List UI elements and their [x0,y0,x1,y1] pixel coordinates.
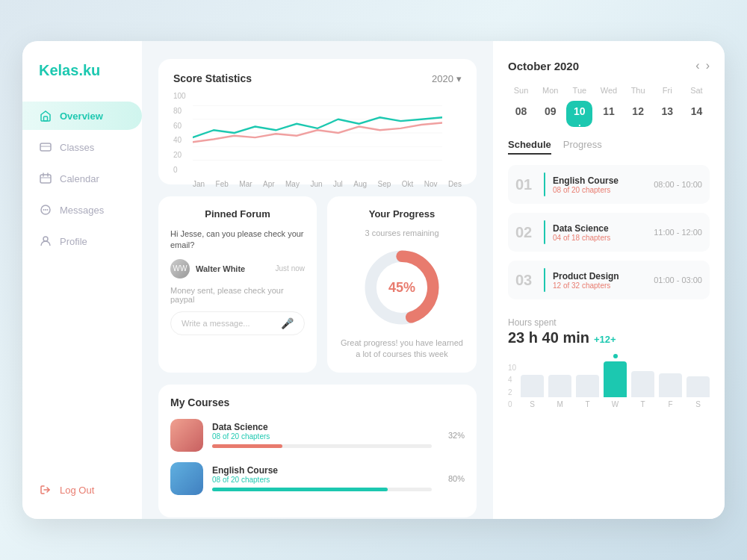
sidebar-item-classes[interactable]: Classes [22,133,142,161]
course-info-1: Data Science 08 of 20 chapters [212,422,432,448]
cal-day-12[interactable]: 12 [625,101,651,127]
tab-progress[interactable]: Progress [563,139,602,155]
course-chapters-1: 08 of 20 chapters [212,432,432,441]
bar-w [604,361,627,397]
course-name-1: Data Science [212,422,432,432]
course-item-2[interactable]: English Course 08 of 20 chapters 80% [170,462,465,495]
cal-day-10[interactable]: 10 [566,101,592,127]
schedule-item-3[interactable]: 03 Product Design 12 of 32 chapters 01:0… [508,261,710,299]
calendar-grid: Sun Mon Tue Wed Thu Fri Sat 08 09 10 11 … [508,83,710,127]
svg-rect-3 [40,175,51,183]
sched-divider-2 [544,220,545,244]
progress-card: Your Progress 3 courses remaining 45% Gr… [327,196,477,373]
cal-day-14[interactable]: 14 [684,101,710,127]
hours-spent-section: Hours spent 23 h 40 min +12+ 10420 [508,317,710,408]
day-header-tue: Tue [566,83,592,98]
sched-info-1: English Course 08 of 20 chapters [553,175,646,194]
sched-divider-3 [544,268,545,292]
cal-day-8[interactable]: 08 [508,101,534,127]
hours-value: 23 h 40 min [508,329,589,346]
bar-label-t2: T [631,400,654,408]
sched-time-1: 08:00 - 10:00 [654,180,702,189]
logo-text2: .ku [78,62,100,78]
app-logo: Kelas.ku [22,62,117,102]
bar-t2 [631,371,654,397]
calendar-icon [39,172,52,185]
sched-time-2: 11:00 - 12:00 [654,228,702,237]
year-selector[interactable]: 2020 ▾ [432,73,462,84]
course-info-2: English Course 08 of 20 chapters [212,465,432,491]
logout-label: Log Out [60,485,94,496]
pinned-forum-title: Pinned Forum [170,208,305,220]
prev-month-button[interactable]: ‹ [695,59,699,72]
day-header-thu: Thu [625,83,651,98]
chevron-down-icon: ▾ [456,73,462,84]
sidebar-label-overview: Overview [60,111,103,122]
forum-user-row: WW Walter White Just now [170,259,305,279]
dashboard: Kelas.ku Overview Classes [22,41,725,519]
calendar-month: October 2020 [508,60,579,72]
bar-label-s2: S [686,400,710,408]
sidebar-item-profile[interactable]: Profile [22,227,142,255]
messages-icon [39,203,52,217]
score-stats-title: Score Statistics [173,72,252,84]
progress-message: Great progress! you have learned a lot o… [339,337,465,361]
calendar-header: October 2020 ‹ › [508,59,710,72]
course-chapters-2: 08 of 20 chapters [212,476,432,484]
day-header-sat: Sat [684,83,710,98]
right-panel: October 2020 ‹ › Sun Mon Tue Wed Thu Fri… [493,41,725,519]
sched-name-1: English Course [553,175,646,186]
schedule-item-2[interactable]: 02 Data Science 04 of 18 chapters 11:00 … [508,213,710,252]
course-progress-bg-1 [212,444,432,448]
sidebar-item-calendar[interactable]: Calendar [22,164,142,193]
bar-label-s1: S [521,400,544,408]
course-item-1[interactable]: Data Science 08 of 20 chapters 32% [170,419,465,452]
bar-labels: S M T W T F S [521,400,710,408]
cal-day-11[interactable]: 11 [595,101,622,127]
pinned-forum-card: Pinned Forum Hi Jesse, can you please ch… [158,196,317,373]
svg-point-9 [45,209,46,211]
course-thumbnail-1 [170,419,203,452]
y-axis: 100806040200 [173,92,193,174]
progress-title: Your Progress [369,208,436,220]
course-pct-1: 32% [441,431,465,440]
svg-rect-1 [40,143,51,151]
next-month-button[interactable]: › [706,59,710,72]
tab-schedule[interactable]: Schedule [508,139,551,155]
score-chart: 100806040200 JanFebMarAprMayJun Ju [173,92,462,174]
cal-day-9[interactable]: 09 [537,101,563,127]
sidebar-label-messages: Messages [60,205,104,216]
forum-input-field[interactable]: Write a message... 🎤 [170,311,305,335]
user-avatar: WW [170,259,190,279]
forum-message1: Hi Jesse, can you please check your emai… [170,228,305,252]
bar-m [548,375,571,397]
bar-f [659,373,682,397]
svg-rect-0 [44,116,48,121]
forum-input-placeholder: Write a message... [182,319,250,328]
active-day-dot [577,119,581,122]
my-courses-title: My Courses [170,396,465,408]
course-pct-2: 80% [441,474,465,483]
x-axis-labels: JanFebMarAprMayJun JulAugSepOktNovDes [173,180,462,188]
sidebar-item-messages[interactable]: Messages [22,196,142,224]
year-value: 2020 [432,73,453,84]
sched-name-2: Data Science [553,223,646,234]
bar-s2 [686,376,710,397]
cal-day-13[interactable]: 13 [654,101,681,127]
bar-s1 [521,375,544,397]
sched-time-3: 01:00 - 03:00 [654,276,702,284]
logout-icon [39,483,52,497]
bar-chart [521,352,710,397]
calendar-navigation: ‹ › [695,59,710,72]
bar-t1 [576,375,599,397]
sched-num-1: 01 [515,176,536,193]
sidebar-label-classes: Classes [60,142,94,153]
course-name-2: English Course [212,465,432,476]
forum-message2: Money sent, please check your paypal [170,286,305,304]
bar-active-dot [613,354,618,358]
profile-icon [39,234,52,248]
day-header-mon: Mon [537,83,563,98]
schedule-item-1[interactable]: 01 English Course 08 of 20 chapters 08:0… [508,165,710,204]
sidebar-item-overview[interactable]: Overview [22,102,142,130]
logout-button[interactable]: Log Out [22,476,111,504]
